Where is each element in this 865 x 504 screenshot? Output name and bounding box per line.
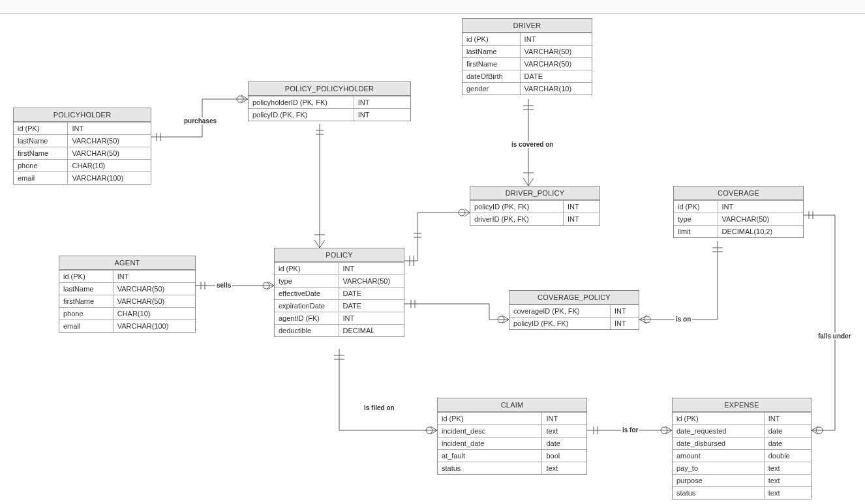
er-diagram-canvas: purchases is covered on sells is on is f… bbox=[0, 0, 865, 504]
table-row: id (PK)INT bbox=[463, 33, 592, 46]
entity-title: DRIVER_POLICY bbox=[470, 186, 599, 200]
entity-attrs: id (PK)INT lastNameVARCHAR(50) firstName… bbox=[59, 270, 195, 332]
entity-attrs: policyholderID (PK, FK)INT policyID (PK,… bbox=[249, 96, 410, 121]
table-row: lastNameVARCHAR(50) bbox=[14, 135, 151, 147]
entity-coverage-policy[interactable]: COVERAGE_POLICY coverageID (PK, FK)INT p… bbox=[509, 290, 639, 330]
svg-point-4 bbox=[644, 316, 650, 323]
entity-policy-policyholder[interactable]: POLICY_POLICYHOLDER policyholderID (PK, … bbox=[248, 82, 411, 121]
table-row: typeVARCHAR(50) bbox=[674, 213, 803, 226]
entity-policyholder[interactable]: POLICYHOLDER id (PK)INT lastNameVARCHAR(… bbox=[13, 108, 151, 185]
table-row: pay_totext bbox=[673, 462, 811, 475]
table-row: firstNameVARCHAR(50) bbox=[14, 147, 151, 160]
entity-attrs: id (PK)INT incident_desctext incident_da… bbox=[438, 412, 586, 474]
rel-is-covered-on: is covered on bbox=[510, 141, 554, 148]
table-row: amountdouble bbox=[673, 450, 811, 462]
entity-title: DRIVER bbox=[463, 19, 592, 33]
table-row: expirationDateDATE bbox=[275, 300, 404, 312]
entity-title: POLICY_POLICYHOLDER bbox=[249, 82, 410, 96]
table-row: id (PK)INT bbox=[275, 263, 404, 275]
table-row: purposetext bbox=[673, 475, 811, 487]
entity-attrs: policyID (PK, FK)INT driverID (PK, FK)IN… bbox=[470, 200, 599, 225]
entity-driver[interactable]: DRIVER id (PK)INT lastNameVARCHAR(50) fi… bbox=[462, 18, 592, 95]
entity-attrs: coverageID (PK, FK)INT policyID (PK, FK)… bbox=[509, 304, 639, 329]
entity-title: COVERAGE bbox=[674, 186, 803, 200]
entity-claim[interactable]: CLAIM id (PK)INT incident_desctext incid… bbox=[437, 398, 587, 475]
rel-is-filed-on: is filed on bbox=[363, 404, 396, 411]
table-row: policyID (PK, FK)INT bbox=[470, 201, 599, 213]
table-row: phoneCHAR(10) bbox=[59, 308, 195, 320]
table-row: firstNameVARCHAR(50) bbox=[463, 58, 592, 70]
conn-coverage_policy-coverage bbox=[639, 241, 718, 319]
entity-title: COVERAGE_POLICY bbox=[509, 291, 639, 304]
table-row: driverID (PK, FK)INT bbox=[470, 213, 599, 226]
entity-attrs: id (PK)INT date_requesteddate date_disbu… bbox=[673, 412, 811, 499]
table-row: id (PK)INT bbox=[59, 271, 195, 283]
table-row: dateOfBirthDATE bbox=[463, 70, 592, 83]
rel-purchases: purchases bbox=[183, 117, 218, 125]
conn-policy-coverage_policy bbox=[404, 304, 509, 319]
table-row: id (PK)INT bbox=[438, 413, 586, 425]
entity-expense[interactable]: EXPENSE id (PK)INT date_requesteddate da… bbox=[672, 398, 812, 499]
table-row: id (PK)INT bbox=[14, 123, 151, 135]
table-row: lastNameVARCHAR(50) bbox=[463, 46, 592, 58]
entity-policy[interactable]: POLICY id (PK)INT typeVARCHAR(50) effect… bbox=[274, 248, 404, 337]
table-row: policyID (PK, FK)INT bbox=[509, 318, 639, 330]
entity-attrs: id (PK)INT lastNameVARCHAR(50) firstName… bbox=[463, 33, 592, 95]
table-row: agentID (FK)INT bbox=[275, 312, 404, 325]
svg-point-2 bbox=[263, 282, 269, 289]
rel-sells: sells bbox=[215, 282, 232, 289]
entity-driver-policy[interactable]: DRIVER_POLICY policyID (PK, FK)INT drive… bbox=[470, 186, 600, 226]
entity-title: EXPENSE bbox=[673, 398, 811, 412]
table-row: statustext bbox=[673, 487, 811, 499]
svg-point-1 bbox=[459, 209, 465, 216]
entity-title: CLAIM bbox=[438, 398, 586, 412]
table-row: typeVARCHAR(50) bbox=[275, 275, 404, 288]
table-row: incident_desctext bbox=[438, 425, 586, 437]
entity-attrs: id (PK)INT typeVARCHAR(50) limitDECIMAL(… bbox=[674, 200, 803, 237]
table-row: id (PK)INT bbox=[673, 413, 811, 425]
table-row: date_requesteddate bbox=[673, 425, 811, 437]
table-row: emailVARCHAR(100) bbox=[14, 172, 151, 185]
conn-driver_policy-policy bbox=[404, 213, 470, 261]
entity-coverage[interactable]: COVERAGE id (PK)INT typeVARCHAR(50) limi… bbox=[673, 186, 804, 238]
table-row: limitDECIMAL(10,2) bbox=[674, 226, 803, 238]
entity-title: AGENT bbox=[59, 256, 195, 270]
table-row: lastNameVARCHAR(50) bbox=[59, 283, 195, 295]
svg-point-6 bbox=[661, 427, 667, 434]
entity-title: POLICYHOLDER bbox=[14, 108, 151, 122]
table-row: incident_datedate bbox=[438, 437, 586, 450]
table-row: emailVARCHAR(100) bbox=[59, 320, 195, 333]
entity-agent[interactable]: AGENT id (PK)INT lastNameVARCHAR(50) fir… bbox=[59, 256, 196, 333]
table-row: effectiveDateDATE bbox=[275, 288, 404, 300]
table-row: policyID (PK, FK)INT bbox=[249, 109, 410, 121]
entity-attrs: id (PK)INT lastNameVARCHAR(50) firstName… bbox=[14, 122, 151, 184]
table-row: coverageID (PK, FK)INT bbox=[509, 305, 639, 318]
table-row: id (PK)INT bbox=[674, 201, 803, 213]
svg-point-3 bbox=[498, 316, 504, 323]
rel-falls-under: falls under bbox=[817, 333, 853, 340]
rel-is-on: is on bbox=[675, 316, 692, 323]
table-row: firstNameVARCHAR(50) bbox=[59, 295, 195, 308]
table-row: policyholderID (PK, FK)INT bbox=[249, 96, 410, 109]
toolbar-strip bbox=[0, 0, 865, 14]
svg-point-7 bbox=[816, 427, 823, 434]
rel-is-for: is for bbox=[621, 426, 639, 434]
svg-point-0 bbox=[237, 96, 243, 102]
table-row: genderVARCHAR(10) bbox=[463, 83, 592, 95]
entity-title: POLICY bbox=[275, 248, 404, 262]
table-row: at_faultbool bbox=[438, 450, 586, 462]
table-row: deductibleDECIMAL bbox=[275, 325, 404, 337]
table-row: phoneCHAR(10) bbox=[14, 160, 151, 172]
table-row: statustext bbox=[438, 462, 586, 475]
conn-policy-claim bbox=[339, 349, 437, 430]
svg-point-5 bbox=[426, 427, 432, 434]
entity-attrs: id (PK)INT typeVARCHAR(50) effectiveDate… bbox=[275, 262, 404, 336]
table-row: date_disburseddate bbox=[673, 437, 811, 450]
